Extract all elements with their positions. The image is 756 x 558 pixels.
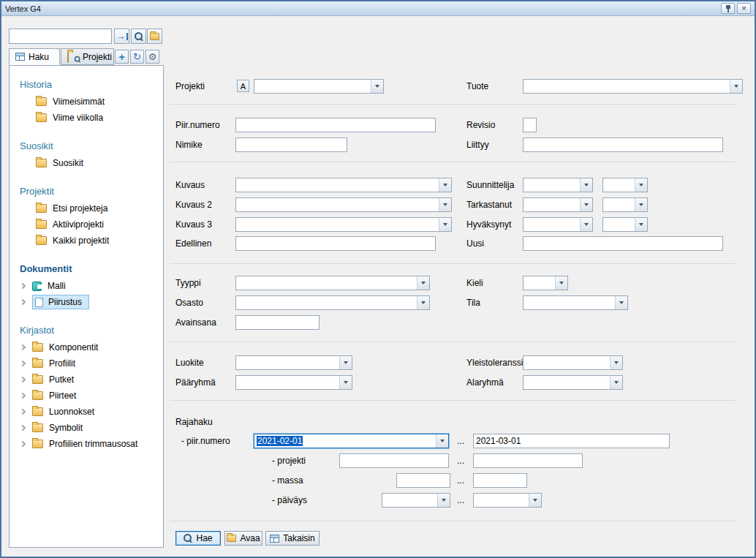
kuvaus-combo[interactable] xyxy=(235,178,452,192)
folder-icon xyxy=(36,204,47,213)
piir-numero-input[interactable] xyxy=(235,118,436,132)
sidebar-item-piirteet[interactable]: Piirteet xyxy=(10,388,163,404)
sidebar-item-komponentit[interactable]: Komponentit xyxy=(10,339,163,355)
kuvaus2-combo[interactable] xyxy=(235,197,452,212)
alaryhma-label: Alaryhmä xyxy=(466,375,504,390)
chevron-right-icon[interactable] xyxy=(20,377,26,382)
kieli-combo[interactable] xyxy=(523,276,568,290)
revisio-label: Revisio xyxy=(466,118,495,132)
uusi-input[interactable] xyxy=(523,236,723,251)
takaisin-button[interactable]: Takaisin xyxy=(265,531,320,546)
liittyy-input[interactable] xyxy=(523,137,723,152)
range-dots: ... xyxy=(450,493,471,508)
refresh-button[interactable]: ↻ xyxy=(130,50,144,64)
search-button[interactable] xyxy=(131,29,146,44)
sidebar-item-viime-viikolla[interactable]: Viime viikolla xyxy=(10,110,163,126)
suunnittelija-combo[interactable] xyxy=(523,178,593,192)
separator xyxy=(170,162,736,162)
avaa-button[interactable]: Avaa xyxy=(224,531,262,546)
range-dots: ... xyxy=(450,453,471,468)
hyvaksynyt-code-combo[interactable] xyxy=(602,217,648,232)
range-piir-from-combo[interactable]: 2021-02-01 xyxy=(254,434,449,448)
pin-button[interactable] xyxy=(721,3,735,14)
add-tab-button[interactable]: + xyxy=(115,50,129,64)
range-paivays-to-combo[interactable] xyxy=(473,493,542,508)
close-button[interactable]: × xyxy=(737,3,751,14)
tuote-combo[interactable] xyxy=(523,79,743,94)
alaryhma-combo[interactable] xyxy=(523,375,623,390)
chevron-right-icon[interactable] xyxy=(20,299,26,305)
separator xyxy=(170,104,736,105)
sidebar-item-malli[interactable]: Malli xyxy=(10,278,163,294)
suunnittelija-code-combo[interactable] xyxy=(602,178,648,192)
uusi-label: Uusi xyxy=(466,236,484,251)
chevron-right-icon[interactable] xyxy=(20,283,26,289)
search-input[interactable] xyxy=(9,29,112,44)
projekti-combo[interactable] xyxy=(254,79,384,94)
folder-icon xyxy=(36,159,47,167)
sidebar-item-kaikki-projektit[interactable]: Kaikki projektit xyxy=(10,233,163,249)
chevron-down-icon xyxy=(580,218,592,231)
tab-projekti[interactable]: Projekti xyxy=(61,48,114,65)
chevron-down-icon xyxy=(439,218,451,231)
sidebar-item-putket[interactable]: Putket xyxy=(10,372,163,388)
chevron-right-icon[interactable] xyxy=(20,425,26,431)
luokite-combo[interactable] xyxy=(235,355,352,370)
tarkastanut-combo[interactable] xyxy=(523,197,593,212)
paaryhma-combo[interactable] xyxy=(235,375,352,390)
range-projekti-to-input[interactable] xyxy=(473,453,583,468)
tila-label: Tila xyxy=(466,295,480,310)
chevron-down-icon xyxy=(339,356,352,369)
refresh-icon: ↻ xyxy=(133,52,141,61)
rajahaku-title: Rajahaku xyxy=(175,415,213,429)
range-massa-from-input[interactable] xyxy=(396,473,450,488)
folder-icon xyxy=(32,343,43,352)
range-piir-to-input[interactable] xyxy=(473,434,670,448)
range-projekti-from-input[interactable] xyxy=(339,453,449,468)
folder-icon xyxy=(227,535,236,542)
chevron-right-icon[interactable] xyxy=(20,361,26,366)
close-icon: × xyxy=(741,4,746,12)
sidebar-item-symbolit[interactable]: Symbolit xyxy=(10,420,163,436)
osasto-combo[interactable] xyxy=(235,295,430,310)
folder-icon xyxy=(36,113,47,122)
range-paivays-from-combo[interactable] xyxy=(382,493,450,508)
sidebar-item-suosikit[interactable]: Suosikit xyxy=(10,155,163,171)
tarkastanut-code-combo[interactable] xyxy=(602,197,648,212)
tyyppi-combo[interactable] xyxy=(235,276,430,290)
search-icon xyxy=(184,534,192,543)
yleistoleranssi-combo[interactable] xyxy=(523,355,623,370)
separator xyxy=(170,400,736,401)
edellinen-input[interactable] xyxy=(235,236,436,251)
tila-combo[interactable] xyxy=(523,295,628,310)
separator xyxy=(170,521,736,521)
hyvaksynyt-combo[interactable] xyxy=(523,217,593,232)
chevron-right-icon[interactable] xyxy=(20,441,26,447)
osasto-label: Osasto xyxy=(175,295,203,310)
settings-button[interactable]: ⚙ xyxy=(145,50,159,64)
sidebar-item-profiilit[interactable]: Profiilit xyxy=(10,355,163,372)
revisio-input[interactable] xyxy=(523,118,537,132)
kuvaus3-combo[interactable] xyxy=(235,217,452,232)
chevron-right-icon[interactable] xyxy=(20,393,26,399)
sidebar-item-profiilien-trimmausosat[interactable]: Profiilien trimmausosat xyxy=(10,436,163,452)
chevron-down-icon xyxy=(580,178,592,192)
projekti-a-button[interactable]: A xyxy=(237,80,249,92)
range-dots: ... xyxy=(450,473,471,488)
tab-haku[interactable]: Haku xyxy=(9,48,60,65)
sidebar-item-aktiiviprojekti[interactable]: Aktiiviprojekti xyxy=(10,216,163,233)
nimike-input[interactable] xyxy=(235,137,347,152)
range-massa-to-input[interactable] xyxy=(473,473,527,488)
sidebar-item-etsi-projekteja[interactable]: Etsi projekteja xyxy=(10,200,163,216)
sidebar-item-viimeisimmat[interactable]: Viimeisimmät xyxy=(10,94,163,110)
go-button[interactable]: → xyxy=(114,29,129,44)
plus-icon: + xyxy=(118,52,124,62)
sidebar-item-piirustus[interactable]: Piirustus xyxy=(10,294,163,310)
sidebar-item-luonnokset[interactable]: Luonnokset xyxy=(10,404,163,420)
avainsana-input[interactable] xyxy=(235,315,320,330)
hae-button[interactable]: Hae xyxy=(175,531,221,546)
chevron-right-icon[interactable] xyxy=(20,409,26,415)
kuvaus2-label: Kuvaus 2 xyxy=(175,197,212,212)
open-folder-button[interactable] xyxy=(147,29,162,44)
chevron-right-icon[interactable] xyxy=(20,344,26,350)
